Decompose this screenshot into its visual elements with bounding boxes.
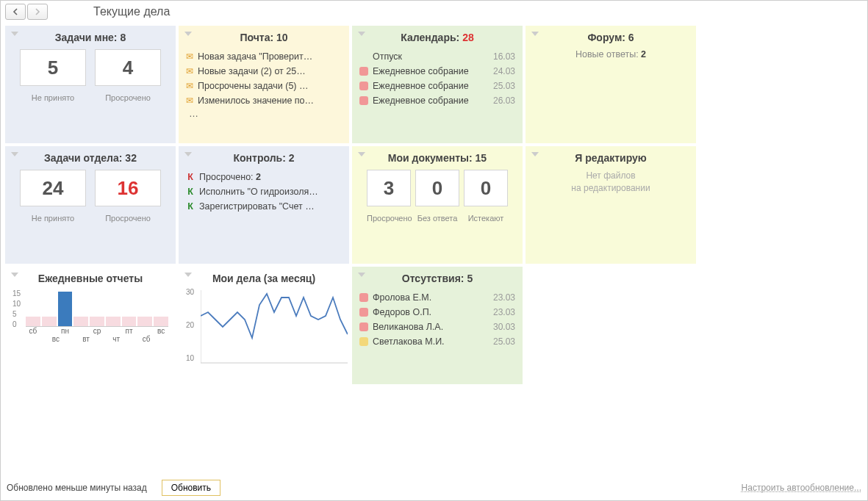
collapse-icon[interactable] bbox=[358, 32, 365, 36]
card-title: Календарь: 28 bbox=[359, 32, 515, 43]
dashboard-grid: Задачи мне: 8 5 4 Не принято Просрочено … bbox=[1, 23, 867, 387]
card-title: Почта: 10 bbox=[186, 32, 342, 43]
calendar-item[interactable]: Ежедневное собрание26.03 bbox=[359, 93, 515, 108]
mail-item[interactable]: ✉Новые задачи (2) от 25… bbox=[186, 64, 342, 79]
dot-icon bbox=[359, 308, 368, 317]
card-title: Контроль: 2 bbox=[186, 152, 342, 164]
card-my-tasks[interactable]: Задачи мне: 8 5 4 Не принято Просрочено bbox=[5, 26, 176, 143]
card-daily-reports[interactable]: Ежедневные отчеты 15 10 5 0 сбпнсрптвс в… bbox=[5, 267, 176, 384]
envelope-icon: ✉ bbox=[186, 66, 193, 76]
daily-reports-chart: 15 10 5 0 сбпнсрптвс всвтчтсб bbox=[12, 290, 168, 356]
k-mark-icon: К bbox=[186, 187, 195, 197]
k-mark-icon: К bbox=[186, 201, 195, 212]
card-title: Задачи отдела: 32 bbox=[12, 152, 168, 164]
card-title: Форум: 6 bbox=[533, 32, 689, 43]
card-dept-tasks[interactable]: Задачи отдела: 32 24 16 Не принято Проср… bbox=[5, 146, 176, 264]
footer: Обновлено меньше минуты назад Обновить Н… bbox=[1, 475, 867, 500]
refresh-button[interactable]: Обновить bbox=[162, 480, 220, 496]
forward-button[interactable] bbox=[27, 4, 48, 20]
card-absence[interactable]: Отсутствия: 5 Фролова Е.М.23.03 Федоров … bbox=[352, 267, 523, 384]
mail-item[interactable]: ✉Изменилось значение по… bbox=[186, 93, 342, 108]
dept-tasks-overdue-count[interactable]: 16 bbox=[95, 170, 161, 206]
collapse-icon[interactable] bbox=[184, 152, 192, 156]
status-text: Обновлено меньше минуты назад bbox=[7, 483, 147, 493]
collapse-icon[interactable] bbox=[531, 32, 539, 36]
auto-refresh-settings-link[interactable]: Настроить автообновление... bbox=[742, 483, 861, 493]
label-not-accepted: Не принято bbox=[20, 214, 86, 223]
dept-tasks-not-accepted-count[interactable]: 24 bbox=[20, 170, 86, 206]
dot-icon bbox=[359, 67, 368, 76]
mail-item[interactable]: ✉Просрочены задачи (5) … bbox=[186, 79, 342, 93]
collapse-icon[interactable] bbox=[531, 152, 539, 156]
my-docs-overdue-count[interactable]: 3 bbox=[367, 170, 411, 206]
card-title: Задачи мне: 8 bbox=[12, 32, 168, 43]
envelope-icon: ✉ bbox=[186, 81, 193, 91]
control-item[interactable]: КИсполнить "О гидроизоля… bbox=[186, 184, 342, 199]
absence-item[interactable]: Светлакова М.И.25.03 bbox=[359, 334, 515, 349]
card-title: Мои дела (за месяц) bbox=[186, 273, 342, 284]
back-button[interactable] bbox=[5, 4, 26, 20]
calendar-item[interactable]: Отпуск16.03 bbox=[359, 49, 515, 64]
label-overdue: Просрочено bbox=[367, 214, 411, 223]
absence-item[interactable]: Великанова Л.А.30.03 bbox=[359, 320, 515, 334]
collapse-icon[interactable] bbox=[184, 273, 192, 277]
card-mail[interactable]: Почта: 10 ✉Новая задача "Проверит… ✉Новы… bbox=[179, 26, 349, 143]
card-my-docs[interactable]: Мои документы: 15 3 0 0 Просрочено Без о… bbox=[352, 146, 523, 264]
collapse-icon[interactable] bbox=[184, 32, 192, 36]
label-expiring: Истекают bbox=[464, 214, 508, 223]
collapse-icon[interactable] bbox=[11, 273, 18, 277]
my-docs-expiring-count[interactable]: 0 bbox=[464, 170, 508, 206]
card-editing[interactable]: Я редактирую Нет файлов на редактировани… bbox=[526, 146, 696, 264]
card-title: Отсутствия: 5 bbox=[359, 273, 515, 284]
label-not-accepted: Не принято bbox=[20, 93, 86, 102]
card-forum[interactable]: Форум: 6 Новые ответы: 2 bbox=[526, 26, 696, 143]
card-title: Мои документы: 15 bbox=[359, 152, 515, 164]
mail-more[interactable]: … bbox=[186, 108, 342, 119]
card-calendar[interactable]: Календарь: 28 Отпуск16.03 Ежедневное соб… bbox=[352, 26, 523, 143]
dot-icon bbox=[359, 293, 368, 302]
collapse-icon[interactable] bbox=[11, 32, 18, 36]
absence-item[interactable]: Федоров О.П.23.03 bbox=[359, 305, 515, 320]
my-docs-no-answer-count[interactable]: 0 bbox=[415, 170, 459, 206]
dot-icon bbox=[359, 96, 368, 105]
k-mark-icon: К bbox=[186, 172, 195, 182]
label-overdue: Просрочено bbox=[95, 214, 161, 223]
collapse-icon[interactable] bbox=[358, 273, 365, 277]
dot-icon bbox=[359, 322, 368, 331]
label-no-answer: Без ответа bbox=[415, 214, 459, 223]
card-my-matters[interactable]: Мои дела (за месяц) 30 20 10 bbox=[179, 267, 349, 384]
editing-empty-note: Нет файлов на редактировании bbox=[533, 170, 689, 195]
calendar-item[interactable]: Ежедневное собрание24.03 bbox=[359, 64, 515, 79]
dot-icon bbox=[359, 337, 368, 346]
forum-new-answers[interactable]: Новые ответы: 2 bbox=[533, 49, 689, 60]
card-title: Ежедневные отчеты bbox=[12, 273, 168, 284]
mail-item[interactable]: ✉Новая задача "Проверит… bbox=[186, 49, 342, 64]
my-tasks-not-accepted-count[interactable]: 5 bbox=[20, 49, 86, 86]
envelope-icon: ✉ bbox=[186, 95, 193, 106]
dot-icon bbox=[359, 82, 368, 90]
collapse-icon[interactable] bbox=[358, 152, 365, 156]
page-title: Текущие дела bbox=[93, 5, 170, 18]
collapse-icon[interactable] bbox=[11, 152, 18, 156]
envelope-icon: ✉ bbox=[186, 51, 193, 62]
absence-item[interactable]: Фролова Е.М.23.03 bbox=[359, 290, 515, 305]
control-item[interactable]: КЗарегистрировать "Счет … bbox=[186, 199, 342, 214]
label-overdue: Просрочено bbox=[95, 93, 161, 102]
card-control[interactable]: Контроль: 2 КПросрочено: 2 КИсполнить "О… bbox=[179, 146, 349, 264]
my-matters-chart: 30 20 10 bbox=[186, 290, 342, 371]
my-tasks-overdue-count[interactable]: 4 bbox=[95, 49, 161, 86]
control-item[interactable]: КПросрочено: 2 bbox=[186, 170, 342, 184]
card-title: Я редактирую bbox=[533, 152, 689, 164]
calendar-item[interactable]: Ежедневное собрание25.03 bbox=[359, 79, 515, 93]
